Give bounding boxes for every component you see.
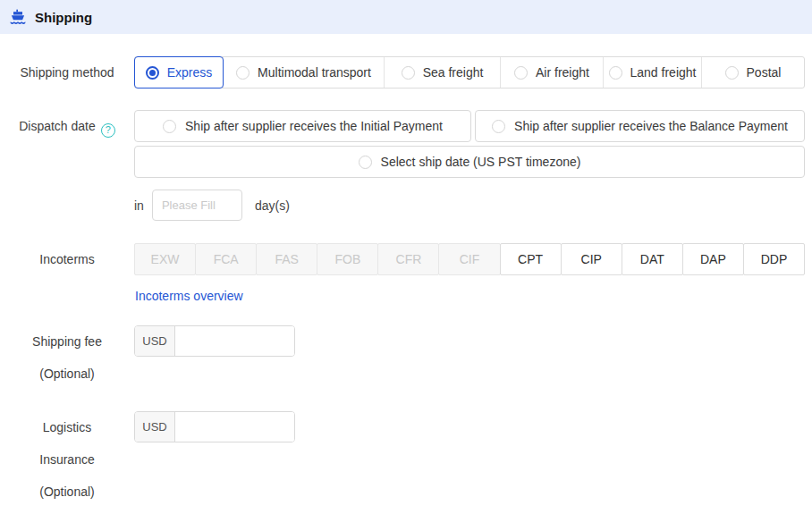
option-label: Sea freight (423, 65, 484, 80)
logistics-insurance-label: Logistics Insurance (Optional) (0, 411, 134, 508)
incoterm-dap[interactable]: DAP (682, 243, 744, 275)
ship-icon (9, 8, 27, 26)
option-label: Ship after supplier receives the Initial… (185, 119, 443, 133)
incoterms-label: Incoterms (0, 243, 134, 275)
dispatch-option-balance-payment[interactable]: Ship after supplier receives the Balance… (475, 110, 805, 142)
radio-icon (609, 66, 622, 80)
option-label: Express (167, 65, 213, 80)
option-label: Postal (747, 65, 782, 80)
help-icon[interactable]: ? (101, 123, 115, 138)
shipping-fee-label-line: Shipping fee (0, 325, 134, 358)
logistics-insurance-input[interactable] (175, 412, 295, 442)
logistics-optional-line: (Optional) (0, 476, 134, 508)
days-input[interactable] (152, 190, 242, 221)
option-label: Ship after supplier receives the Balance… (514, 119, 788, 133)
shipping-fee-input-group: USD (134, 325, 295, 357)
incoterm-cif: CIF (438, 243, 500, 275)
shipping-fee-optional-line: (Optional) (0, 358, 134, 390)
radio-icon (359, 156, 372, 169)
incoterms-overview-link[interactable]: Incoterms overview (135, 289, 243, 303)
logistics-insurance-row: Logistics Insurance (Optional) USD (0, 411, 812, 508)
currency-label: USD (135, 326, 175, 356)
radio-icon (492, 120, 505, 133)
option-label: Select ship date (US PST timezone) (381, 155, 581, 169)
shipping-method-option-sea-freight[interactable]: Sea freight (384, 57, 500, 88)
shipping-method-option-air-freight[interactable]: Air freight (500, 57, 603, 88)
dispatch-date-label: Dispatch date? (0, 110, 134, 142)
currency-label: USD (135, 412, 175, 442)
incoterms-group: EXW FCA FAS FOB CFR CIF CPT CIP DAT DAP … (134, 243, 805, 275)
dispatch-option-select-ship-date[interactable]: Select ship date (US PST timezone) (134, 146, 805, 178)
incoterm-ddp[interactable]: DDP (743, 243, 805, 275)
shipping-fee-label: Shipping fee (Optional) (0, 325, 134, 390)
shipping-fee-row: Shipping fee (Optional) USD (0, 325, 812, 390)
shipping-fee-input[interactable] (175, 326, 295, 356)
radio-icon (163, 120, 176, 133)
incoterm-cfr: CFR (377, 243, 439, 275)
option-label: Air freight (536, 65, 589, 80)
incoterm-exw: EXW (134, 243, 196, 275)
radio-icon (725, 66, 739, 80)
shipping-method-option-postal[interactable]: Postal (701, 57, 804, 88)
shipping-method-group: Express Multimodal transport Sea freight… (134, 56, 805, 88)
incoterm-fas: FAS (256, 243, 317, 275)
dispatch-date-row: Dispatch date? Ship after supplier recei… (0, 110, 812, 221)
section-header: Shipping (0, 0, 812, 34)
incoterms-row: Incoterms EXW FCA FAS FOB CFR CIF CPT CI… (0, 243, 812, 275)
shipping-method-label: Shipping method (0, 56, 134, 88)
radio-icon (514, 66, 528, 80)
days-prefix-label: in (134, 198, 144, 213)
shipping-method-option-land-freight[interactable]: Land freight (603, 57, 701, 88)
option-label: Land freight (630, 65, 697, 80)
shipping-method-option-multimodal[interactable]: Multimodal transport (223, 57, 384, 88)
incoterm-fob: FOB (317, 243, 378, 275)
dispatch-option-initial-payment[interactable]: Ship after supplier receives the Initial… (134, 110, 471, 142)
incoterm-fca: FCA (195, 243, 257, 275)
days-suffix-label: day(s) (255, 198, 290, 213)
shipping-method-row: Shipping method Express Multimodal trans… (0, 56, 812, 88)
page-title: Shipping (35, 10, 92, 25)
logistics-insurance-input-group: USD (134, 411, 295, 442)
dispatch-date-label-text: Dispatch date (19, 119, 96, 133)
shipping-method-option-express[interactable]: Express (134, 56, 224, 88)
incoterm-cip[interactable]: CIP (561, 243, 622, 275)
radio-icon (236, 66, 250, 80)
incoterm-dat[interactable]: DAT (622, 243, 683, 275)
option-label: Multimodal transport (258, 65, 371, 80)
radio-checked-icon (146, 66, 159, 80)
logistics-label-line: Logistics (0, 411, 134, 443)
radio-icon (402, 66, 415, 80)
insurance-label-line: Insurance (0, 443, 134, 476)
incoterm-cpt[interactable]: CPT (500, 243, 562, 275)
